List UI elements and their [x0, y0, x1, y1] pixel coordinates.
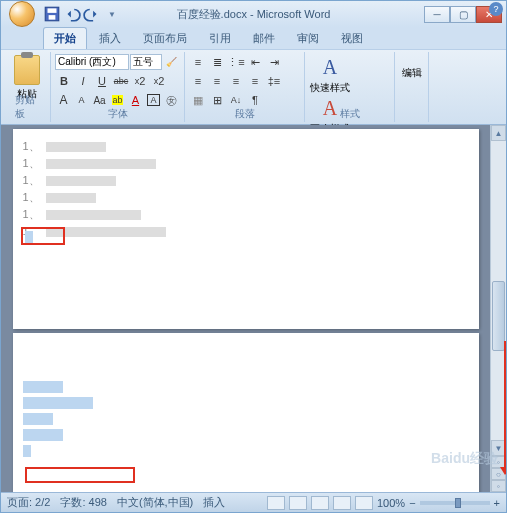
help-icon[interactable]: ? [489, 2, 503, 16]
tab-home[interactable]: 开始 [43, 27, 87, 49]
superscript-button[interactable]: x2 [150, 72, 168, 90]
svg-rect-2 [49, 15, 56, 20]
status-mode[interactable]: 插入 [203, 495, 225, 510]
redo-icon[interactable] [83, 5, 101, 23]
status-language[interactable]: 中文(简体,中国) [117, 495, 193, 510]
annotation-arrow [504, 341, 506, 471]
clipboard-group-label: 剪贴板 [15, 93, 39, 121]
quick-styles-button[interactable]: A 快速样式 [309, 56, 351, 95]
clear-format-icon[interactable]: 🧹 [163, 53, 180, 71]
font-name-combo[interactable]: Calibri (西文) [55, 54, 129, 70]
ribbon-tabs: 开始 插入 页面布局 引用 邮件 审阅 视图 ? [1, 27, 506, 49]
list-item: 1、 [23, 207, 469, 222]
font-color-icon[interactable]: A [127, 91, 144, 109]
align-right-icon[interactable]: ≡ [227, 72, 245, 90]
numbering-icon[interactable]: ≣ [208, 53, 226, 71]
shrink-font-icon[interactable]: A [73, 91, 90, 109]
align-center-icon[interactable]: ≡ [208, 72, 226, 90]
zoom-in-icon[interactable]: + [494, 497, 500, 509]
document-scroll[interactable]: 1、 1、 1、 1、 1、 1、 [1, 125, 490, 492]
view-web-icon[interactable] [311, 496, 329, 510]
selected-line [23, 445, 469, 459]
styles-group-label: 样式 [340, 107, 360, 121]
status-page[interactable]: 页面: 2/2 [7, 495, 50, 510]
annotation-arrowhead [500, 467, 506, 475]
list-item: 1、 [23, 224, 469, 239]
qat-dropdown-icon[interactable]: ▼ [103, 5, 121, 23]
shading-icon[interactable]: ▦ [189, 91, 207, 109]
indent-left-icon[interactable]: ⇤ [246, 53, 264, 71]
group-editing: 编辑 [395, 52, 429, 122]
svg-rect-1 [48, 8, 57, 13]
italic-button[interactable]: I [74, 72, 92, 90]
save-icon[interactable] [43, 5, 61, 23]
selected-line [23, 429, 469, 443]
quick-access-toolbar: ▼ [43, 5, 121, 23]
group-paragraph: ≡ ≣ ⋮≡ ⇤ ⇥ ≡ ≡ ≡ ≡ ‡≡ ▦ ⊞ A↓ ¶ 段落 [185, 52, 305, 122]
vertical-scrollbar[interactable]: ▲ ▼ ◦ ○ ◦ [490, 125, 506, 492]
page-1[interactable]: 1、 1、 1、 1、 1、 1、 [13, 129, 479, 329]
change-case-icon[interactable]: Aa [91, 91, 108, 109]
bold-button[interactable]: B [55, 72, 73, 90]
bullets-icon[interactable]: ≡ [189, 53, 207, 71]
line-spacing-icon[interactable]: ‡≡ [265, 72, 283, 90]
borders-icon[interactable]: ⊞ [208, 91, 226, 109]
status-words[interactable]: 字数: 498 [60, 495, 106, 510]
list-item: 1、 [23, 173, 469, 188]
highlight-box-2 [25, 467, 135, 483]
grow-font-icon[interactable]: A [55, 91, 72, 109]
font-group-label: 字体 [108, 107, 128, 121]
font-size-combo[interactable]: 五号 [130, 54, 162, 70]
zoom-thumb[interactable] [455, 498, 461, 508]
page-2[interactable] [13, 333, 479, 492]
list-item: 1、 [23, 156, 469, 171]
next-page-icon[interactable]: ◦ [491, 480, 506, 492]
zoom-out-icon[interactable]: − [409, 497, 415, 509]
tab-view[interactable]: 视图 [331, 28, 373, 49]
selected-line [23, 413, 469, 427]
underline-button[interactable]: U [93, 72, 111, 90]
justify-icon[interactable]: ≡ [246, 72, 264, 90]
zoom-slider[interactable] [420, 501, 490, 505]
ribbon: 粘贴 剪贴板 Calibri (西文) 五号 🧹 B I U abc x2 x2… [1, 49, 506, 125]
quick-styles-icon: A [323, 56, 337, 79]
minimize-button[interactable]: ─ [424, 6, 450, 23]
group-font: Calibri (西文) 五号 🧹 B I U abc x2 x2 A A Aa… [51, 52, 185, 122]
circle-char-icon[interactable]: ㊛ [163, 91, 180, 109]
list-item: 1、 [23, 190, 469, 205]
tab-references[interactable]: 引用 [199, 28, 241, 49]
document-area: 1、 1、 1、 1、 1、 1、 ▲ [1, 125, 506, 492]
statusbar: 页面: 2/2 字数: 498 中文(简体,中国) 插入 100% − + [1, 492, 506, 512]
paragraph-group-label: 段落 [235, 107, 255, 121]
maximize-button[interactable]: ▢ [450, 6, 476, 23]
view-print-icon[interactable] [267, 496, 285, 510]
titlebar: ▼ 百度经验.docx - Microsoft Word ─ ▢ ✕ [1, 1, 506, 27]
group-styles: A 快速样式 A 更改样式 样式 [305, 52, 395, 122]
selected-line [23, 381, 469, 395]
scroll-track[interactable] [491, 141, 506, 440]
view-draft-icon[interactable] [355, 496, 373, 510]
tab-mailings[interactable]: 邮件 [243, 28, 285, 49]
scroll-up-icon[interactable]: ▲ [491, 125, 506, 141]
indent-right-icon[interactable]: ⇥ [265, 53, 283, 71]
group-clipboard: 粘贴 剪贴板 [3, 52, 51, 122]
subscript-button[interactable]: x2 [131, 72, 149, 90]
char-border-icon[interactable]: A [145, 91, 162, 109]
selected-line [23, 397, 469, 411]
tab-review[interactable]: 审阅 [287, 28, 329, 49]
multilevel-icon[interactable]: ⋮≡ [227, 53, 245, 71]
editing-label[interactable]: 编辑 [402, 66, 422, 80]
word-window: ▼ 百度经验.docx - Microsoft Word ─ ▢ ✕ 开始 插入… [0, 0, 507, 513]
paste-icon[interactable] [14, 55, 40, 85]
zoom-level[interactable]: 100% [377, 497, 405, 509]
list-item: 1、 [23, 139, 469, 154]
paragraph-mark [25, 231, 33, 245]
undo-icon[interactable] [63, 5, 81, 23]
tab-insert[interactable]: 插入 [89, 28, 131, 49]
view-outline-icon[interactable] [333, 496, 351, 510]
tab-layout[interactable]: 页面布局 [133, 28, 197, 49]
strike-button[interactable]: abc [112, 72, 130, 90]
align-left-icon[interactable]: ≡ [189, 72, 207, 90]
office-button[interactable] [5, 1, 39, 27]
view-fullscreen-icon[interactable] [289, 496, 307, 510]
